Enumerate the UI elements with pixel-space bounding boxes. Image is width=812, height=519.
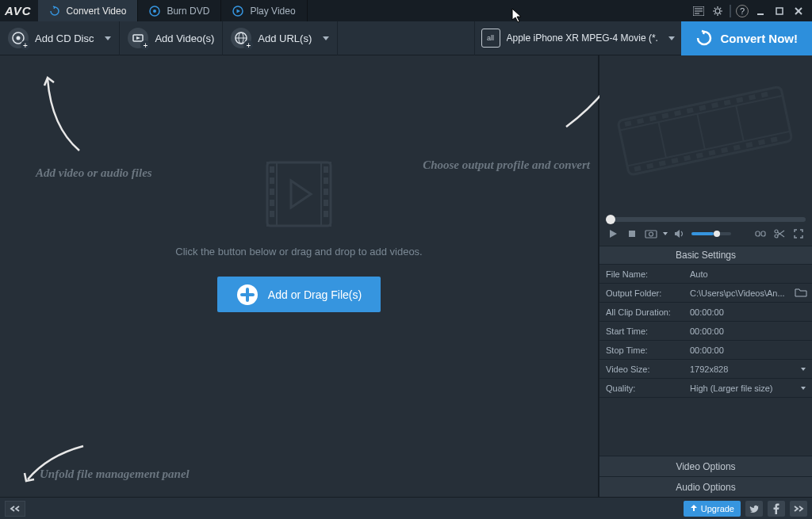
tab-play-video[interactable]: Play Video [221, 0, 307, 21]
scissors-icon[interactable] [772, 227, 787, 241]
svg-rect-23 [270, 189, 274, 195]
film-strip-icon [259, 158, 339, 230]
add-cd-disc-button[interactable]: + Add CD Disc [0, 21, 120, 55]
upgrade-icon [690, 504, 698, 513]
svg-rect-43 [724, 100, 731, 106]
refresh-icon [49, 6, 60, 17]
svg-rect-57 [758, 139, 765, 146]
svg-rect-63 [645, 231, 657, 238]
expand-icon[interactable] [791, 227, 806, 241]
svg-rect-24 [270, 200, 274, 206]
setting-video-size: Video Size: 1792x828 [599, 360, 812, 379]
link-icon[interactable] [753, 227, 768, 241]
svg-rect-49 [659, 160, 666, 166]
volume-icon[interactable] [672, 227, 687, 241]
convert-icon [695, 29, 713, 47]
chevron-down-icon [801, 368, 806, 371]
audio-options-button[interactable]: Audio Options [599, 476, 812, 497]
video-add-icon: + [128, 28, 148, 48]
volume-slider[interactable] [691, 232, 731, 235]
svg-rect-50 [671, 158, 678, 164]
svg-rect-65 [756, 231, 760, 236]
svg-rect-29 [324, 200, 328, 206]
svg-rect-22 [270, 177, 274, 184]
form-icon[interactable] [691, 4, 706, 18]
svg-rect-38 [661, 113, 668, 119]
gear-icon[interactable] [710, 4, 725, 18]
add-drag-files-button[interactable]: Add or Drag File(s) [217, 277, 381, 312]
twitter-icon[interactable] [745, 501, 763, 517]
svg-point-13 [17, 36, 21, 40]
chevron-down-icon [323, 36, 329, 40]
svg-rect-41 [699, 105, 706, 111]
annotation-profile-hint: Choose output profile and convert [423, 158, 590, 172]
svg-rect-40 [687, 108, 694, 114]
svg-line-34 [627, 132, 790, 166]
tab-convert-video[interactable]: Convert Video [38, 0, 139, 21]
svg-rect-9 [776, 8, 783, 14]
disc-add-icon: + [8, 28, 29, 48]
video-options-button[interactable]: Video Options [599, 456, 812, 476]
svg-line-33 [619, 96, 782, 131]
svg-rect-27 [324, 177, 328, 184]
setting-stop-time: Stop Time: 00:00:00 [599, 341, 812, 360]
svg-rect-53 [708, 150, 715, 156]
player-controls [599, 222, 812, 246]
preview-area [599, 55, 812, 214]
svg-rect-51 [684, 155, 691, 162]
svg-rect-47 [634, 166, 641, 172]
setting-start-time: Start Time: 00:00:00 [599, 322, 812, 341]
svg-rect-56 [745, 142, 753, 148]
svg-rect-55 [733, 144, 741, 151]
chevron-down-icon [801, 387, 806, 390]
tab-label: Burn DVD [167, 6, 209, 17]
snapshot-button[interactable] [644, 227, 658, 241]
toolbar: + Add CD Disc + Add Video(s) + Add URL(s… [0, 21, 812, 55]
drop-instruction: Click the button below or drag and drop … [175, 246, 422, 258]
svg-rect-46 [761, 92, 768, 98]
chevron-down-icon [663, 232, 668, 235]
help-icon[interactable]: ? [736, 5, 749, 17]
tab-burn-dvd[interactable]: Burn DVD [138, 0, 221, 21]
stop-button[interactable] [625, 227, 639, 241]
more-icon[interactable] [790, 501, 807, 517]
annotation-unfold-hint: Unfold file management panel [40, 467, 190, 481]
minimize-icon[interactable] [753, 4, 768, 18]
svg-rect-37 [649, 116, 657, 122]
svg-rect-62 [629, 231, 635, 237]
file-drop-area[interactable]: Add video or audio files Choose output p… [0, 55, 598, 497]
playback-slider[interactable] [606, 217, 806, 222]
facebook-icon[interactable] [768, 501, 785, 517]
unfold-panel-button[interactable] [5, 501, 25, 517]
svg-rect-21 [270, 166, 274, 173]
globe-add-icon: + [231, 28, 251, 48]
convert-now-button[interactable]: Convert Now! [681, 21, 813, 55]
svg-rect-58 [771, 136, 778, 143]
close-icon[interactable] [791, 4, 806, 18]
upgrade-button[interactable]: Upgrade [684, 501, 741, 517]
setting-file-name: File Name: Auto [599, 265, 812, 284]
svg-line-61 [736, 105, 744, 141]
titlebar: AVC Convert Video Burn DVD Play Video ? [0, 0, 812, 21]
folder-icon[interactable] [795, 288, 807, 299]
play-button[interactable] [606, 227, 620, 241]
maximize-icon[interactable] [772, 4, 787, 18]
svg-line-59 [658, 122, 666, 158]
svg-point-64 [649, 232, 653, 236]
add-urls-button[interactable]: + Add URL(s) [223, 21, 338, 55]
svg-rect-45 [749, 94, 756, 101]
svg-rect-39 [674, 110, 681, 116]
setting-quality: Quality: High (Larger file size) [599, 379, 812, 398]
chevron-down-icon [105, 36, 111, 40]
output-profile-selector[interactable]: all Apple iPhone XR MPEG-4 Movie (*.m... [474, 21, 681, 55]
add-videos-button[interactable]: + Add Video(s) [120, 21, 223, 55]
svg-line-60 [697, 114, 705, 150]
setting-output-folder: Output Folder: C:\Users\pc\Videos\An... [599, 284, 812, 303]
setting-all-clip-duration: All Clip Duration: 00:00:00 [599, 303, 812, 322]
svg-rect-52 [696, 152, 703, 158]
chevron-down-icon [668, 36, 675, 40]
annotation-add-hint: Add video or audio files [36, 166, 152, 180]
svg-rect-42 [711, 102, 718, 109]
tab-label: Play Video [250, 6, 295, 17]
basic-settings-header: Basic Settings [599, 246, 812, 265]
